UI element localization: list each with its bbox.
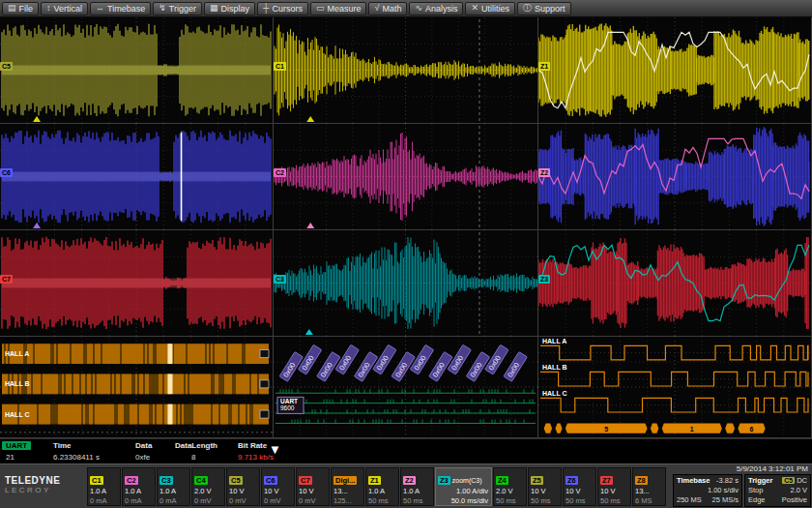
z2-trace-label: Z2 xyxy=(538,168,550,177)
horizontal-arrows-icon: ↔ xyxy=(96,4,104,13)
waveform-panel-z1[interactable]: Z1 xyxy=(538,17,812,124)
c1-scale: 1.0 A xyxy=(90,487,120,496)
trigger-source-chip: C5 xyxy=(782,477,795,484)
waveform-panel-c2[interactable]: C2 xyxy=(274,124,538,230)
menu-file[interactable]: ▤File xyxy=(2,2,39,15)
c7-scale: 10 V xyxy=(299,487,329,496)
z3-vertical-scale: 1.00 A/div xyxy=(438,487,491,496)
c7-chip-label: C7 xyxy=(299,476,312,485)
c5-trace-label: C5 xyxy=(0,62,13,71)
channel-chip-c4[interactable]: C42.0 V0 mV xyxy=(191,467,225,506)
z4-scale: 2.0 V xyxy=(496,487,526,496)
menu-analysis[interactable]: ∿Analysis xyxy=(409,2,463,15)
channel-chip-c1[interactable]: C11.0 A0 mA xyxy=(87,467,121,506)
menu-measure[interactable]: ▭Measure xyxy=(310,2,367,15)
digital-lines: 13... xyxy=(334,487,363,496)
channel-chip-c2[interactable]: C21.0 A0 mA xyxy=(122,467,156,506)
c1-waveform xyxy=(274,17,537,123)
zoom-chip-z6[interactable]: Z610 V50 ms xyxy=(563,467,596,506)
c6-waveform xyxy=(0,124,273,229)
z1-time: 50 ms xyxy=(368,496,398,506)
expand-triangle-icon[interactable]: ▼ xyxy=(269,442,281,457)
channel-chip-digital[interactable]: Digi...13...125... xyxy=(331,467,364,506)
digital-chip-label: Digi... xyxy=(334,476,357,485)
svg-text:HALL C: HALL C xyxy=(5,411,30,418)
c2-waveform xyxy=(274,124,537,229)
menu-display[interactable]: ▦Display xyxy=(204,2,255,15)
channel-chip-c5[interactable]: C510 V0 mV xyxy=(226,467,260,506)
zoom-chip-z7[interactable]: Z710 V50 ms xyxy=(597,467,631,506)
waveform-panel-uart-decode[interactable]: 0x000x000x000x000x000x000x000x000x000x00… xyxy=(274,337,538,438)
c6-trace-label: C6 xyxy=(0,168,13,177)
uart-decode-bar: UART Time Data DataLength Bit Rate 21 6.… xyxy=(0,438,812,463)
channel-chip-c7[interactable]: C710 V0 mV xyxy=(296,467,330,506)
menu-timebase[interactable]: ↔Timebase xyxy=(90,2,151,15)
waveform-panel-c5[interactable]: C5 xyxy=(0,17,274,124)
uart-row-time: 6.23308411 s xyxy=(53,453,100,462)
uart-col-data: Data xyxy=(135,441,152,450)
menu-utilities[interactable]: ✕Utilities xyxy=(465,2,515,15)
channel-chip-row: C11.0 A0 mA C21.0 A0 mA C31.0 A0 mA C42.… xyxy=(87,467,667,506)
channel-chip-c6[interactable]: C610 V0 mV xyxy=(261,467,295,506)
svg-text:1: 1 xyxy=(690,426,694,433)
c7-waveform xyxy=(0,230,273,336)
menu-display-label: Display xyxy=(220,4,249,14)
svg-text:HALL B: HALL B xyxy=(542,364,567,371)
datetime-display: 5/9/2014 3:12:01 PM xyxy=(737,464,808,473)
menu-math[interactable]: √Math xyxy=(368,2,407,15)
menu-utilities-label: Utilities xyxy=(481,4,509,14)
waveform-panel-c1[interactable]: C1 xyxy=(274,17,538,124)
channel-chip-c3[interactable]: C31.0 A0 mA xyxy=(157,467,190,506)
c5-scale: 10 V xyxy=(229,487,259,496)
waveform-panel-hall-zoom[interactable]: HALL AHALL BHALL C516 xyxy=(538,337,812,438)
c2-chip-label: C2 xyxy=(125,476,138,485)
menu-support[interactable]: ⓘSupport xyxy=(517,2,571,15)
waveform-panel-z3[interactable]: Z3 xyxy=(538,230,812,337)
uart-row-index: 21 xyxy=(6,453,14,462)
uart-badge[interactable]: UART xyxy=(2,441,31,450)
z1-chip-label: Z1 xyxy=(368,476,381,485)
display-grid-icon: ▦ xyxy=(210,4,218,13)
z1-zoom-waveform xyxy=(538,17,811,123)
waveform-panel-hall-digital[interactable]: HALL AHALL BHALL C xyxy=(0,337,274,438)
z3-source-label: zoom(C3) xyxy=(452,477,482,484)
trigger-coupling: DC xyxy=(797,476,807,485)
z7-time: 50 ms xyxy=(600,496,630,506)
timebase-offset: -3.82 s xyxy=(716,476,739,486)
status-bar: TELEDYNE LECROY C11.0 A0 mA C21.0 A0 mA … xyxy=(0,463,812,508)
c7-trace-label: C7 xyxy=(0,275,13,284)
svg-text:6: 6 xyxy=(750,426,754,433)
svg-text:UART: UART xyxy=(280,398,298,404)
z2-scale: 1.0 A xyxy=(403,487,433,496)
zoom-chip-z8[interactable]: Z813...6 MS xyxy=(632,467,666,506)
hall-digital-waveform: HALL AHALL BHALL C xyxy=(0,337,273,437)
zoom-chip-z2[interactable]: Z21.0 A50 ms xyxy=(400,467,434,506)
waveform-grid: C5 C1 Z1 C6 C2 Z2 C7 C3 Z3 HALL AHALL BH… xyxy=(0,17,812,438)
zoom-chip-z1[interactable]: Z11.0 A50 ms xyxy=(365,467,399,506)
waveform-panel-c7[interactable]: C7 xyxy=(0,230,274,337)
z5-chip-label: Z5 xyxy=(531,476,543,485)
waveform-panel-c3[interactable]: C3 xyxy=(274,230,538,337)
trigger-summary[interactable]: TriggerC5DC Stop2.0 V EdgePositive xyxy=(744,474,811,507)
uart-col-datalength: DataLength xyxy=(175,441,218,450)
z3-zoom-waveform xyxy=(538,230,811,336)
timebase-summary[interactable]: Timebase-3.82 s 1.00 s/div 250 MS25 MS/s xyxy=(673,474,742,507)
z8-samples: 6 MS xyxy=(635,496,665,506)
z1-scale: 1.0 A xyxy=(368,487,398,496)
menu-cursors[interactable]: ┼Cursors xyxy=(257,2,308,15)
menu-math-label: Math xyxy=(382,4,401,14)
waveform-panel-c6[interactable]: C6 xyxy=(0,124,274,230)
zoom-chip-z4[interactable]: Z42.0 V50 ms xyxy=(493,467,527,506)
c3-trace-label: C3 xyxy=(274,275,286,284)
zoom-summary-z3[interactable]: Z3zoom(C3) 1.00 A/div 50.0 ms/div xyxy=(435,467,492,506)
z3-chip-label: Z3 xyxy=(438,476,450,485)
zoom-chip-z5[interactable]: Z510 V50 ms xyxy=(528,467,562,506)
z4-time: 50 ms xyxy=(496,496,526,506)
waveform-panel-z2[interactable]: Z2 xyxy=(538,124,812,230)
uart-row-length: 8 xyxy=(191,453,195,462)
menu-trigger[interactable]: ↯Trigger xyxy=(153,2,202,15)
uart-col-time: Time xyxy=(53,441,72,450)
menu-support-label: Support xyxy=(535,4,566,14)
c4-chip-label: C4 xyxy=(194,476,208,485)
menu-vertical[interactable]: ↕Vertical xyxy=(41,2,88,15)
